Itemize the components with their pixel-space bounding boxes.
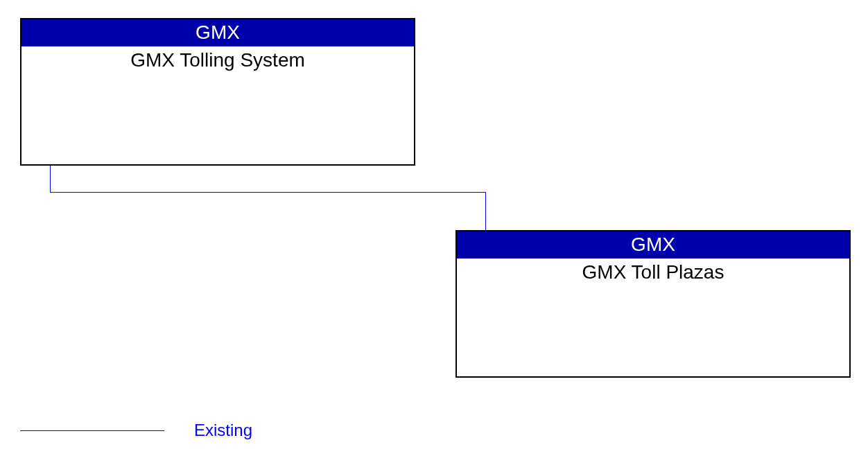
connector-segment: [50, 192, 486, 193]
connector-segment: [50, 166, 51, 192]
node-title: GMX Toll Plazas: [457, 258, 849, 283]
node-header: GMX: [21, 19, 414, 46]
node-gmx-tolling-system: GMX GMX Tolling System: [20, 18, 415, 166]
node-header: GMX: [457, 231, 849, 258]
legend-label-existing: Existing: [194, 421, 252, 440]
node-title: GMX Tolling System: [21, 46, 414, 71]
connector-segment: [485, 192, 486, 230]
legend-line-existing: [20, 430, 164, 431]
node-gmx-toll-plazas: GMX GMX Toll Plazas: [455, 230, 851, 378]
